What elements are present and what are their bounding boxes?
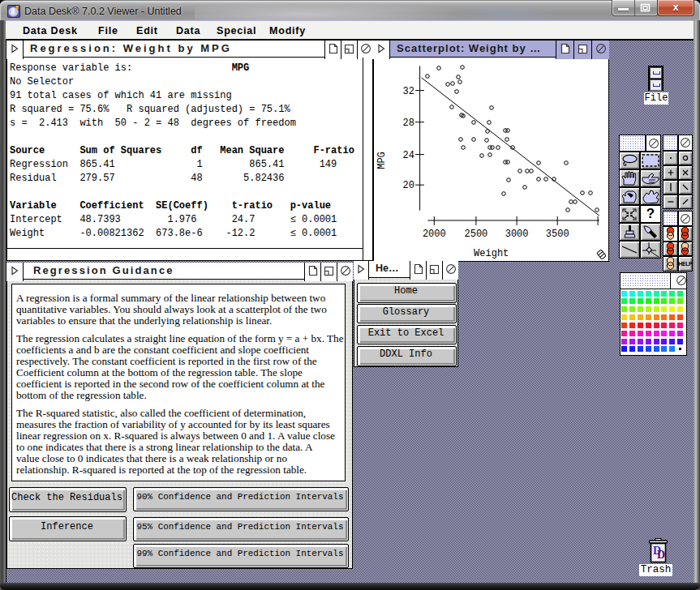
- svg-text:D: D: [657, 549, 665, 561]
- svg-text:3000: 3000: [505, 229, 529, 240]
- svg-text:3500: 3500: [546, 229, 569, 240]
- svg-text:MPG: MPG: [376, 152, 388, 169]
- svg-text:Weight: Weight: [474, 248, 509, 259]
- svg-text:24: 24: [403, 150, 414, 161]
- svg-text:32: 32: [403, 86, 414, 97]
- svg-text:2500: 2500: [464, 229, 487, 240]
- svg-text:28: 28: [403, 118, 414, 129]
- svg-text:20: 20: [403, 180, 414, 191]
- svg-text:2000: 2000: [423, 229, 446, 240]
